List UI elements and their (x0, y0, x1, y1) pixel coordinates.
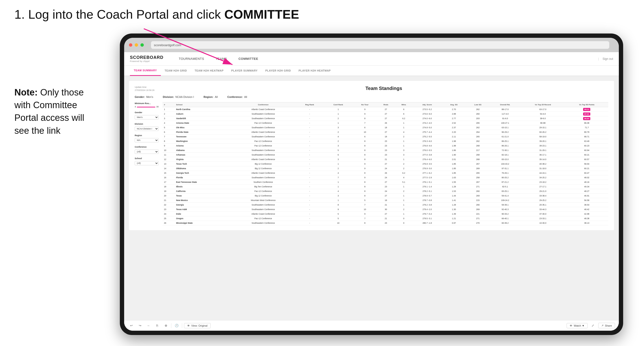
conference-select[interactable]: (All) (135, 150, 159, 154)
cell-vs-top25: 63-17.0 (520, 107, 566, 112)
cell-school: Washington (175, 139, 231, 144)
cell-conf-rank: 4 (324, 189, 353, 193)
cell-wins: 0 (395, 216, 412, 221)
table-row[interactable]: 25 Oregon Pac-12 Conference - 5 7 21 0 2… (162, 216, 608, 221)
table-row[interactable]: 26 Mississippi State Southeastern Confer… (162, 221, 608, 225)
cell-no-tour: 9 (353, 112, 377, 116)
table-row[interactable]: 23 Texas A&M Southeastern Conference - 9… (162, 207, 608, 212)
cell-low-sg: 260 (466, 112, 490, 116)
cell-reg-rank: - (296, 212, 324, 216)
table-row[interactable]: 7 Tennessee Southeastern Conference - 4 … (162, 135, 608, 139)
browser-dot-green[interactable] (140, 43, 144, 47)
table-row[interactable]: 12 Virginia Atlantic Coast Conference - … (162, 157, 608, 162)
table-row[interactable]: 17 East Tennessee State Southern Confere… (162, 180, 608, 184)
table-row[interactable]: 9 Arizona Pac-12 Conference - 3 8 23 1 2… (162, 144, 608, 148)
cell-wins: 2 (395, 162, 412, 166)
region-filter-label: Region (135, 134, 159, 137)
region-select[interactable]: N/A (135, 138, 159, 142)
table-row[interactable]: 13 Texas Tech Big 12 Conference - 1 9 27… (162, 162, 608, 166)
toolbar-copy[interactable]: ⎘ (154, 322, 160, 329)
table-row[interactable]: 4 Arizona State Pac-12 Conference - 1 7 … (162, 121, 608, 125)
toolbar-undo[interactable]: ↩ (128, 322, 135, 329)
cell-conf-rank: 10 (324, 221, 353, 225)
table-row[interactable]: 8 Washington Pac-12 Conference - 2 8 23 … (162, 139, 608, 144)
sub-nav-team-summary[interactable]: TEAM SUMMARY (130, 65, 161, 76)
gender-select[interactable]: Men's (135, 115, 159, 119)
step-bold: COMMITTEE (224, 7, 299, 21)
col-conference: Conference (230, 102, 296, 107)
cell-avg-sg: 1.86 (442, 148, 466, 153)
cell-vs-top50: 49.34 (565, 184, 608, 189)
table-row[interactable]: 1 North Carolina Atlantic Coast Conferen… (162, 107, 608, 112)
cell-no-tour: 8 (353, 221, 377, 225)
col-wins: Wins (395, 102, 412, 107)
cell-avg-sg: 1.90 (442, 153, 466, 157)
sub-nav-player-summary[interactable]: PLAYER SUMMARY (228, 65, 262, 76)
school-select[interactable]: (All) (135, 161, 159, 165)
conference-value: All (244, 95, 247, 98)
rounds-slider[interactable] (137, 107, 155, 107)
toolbar-paste[interactable]: ⊕ (162, 322, 169, 329)
cell-low-sg: 271 (466, 216, 490, 221)
toolbar-redo[interactable]: ↪ (136, 322, 143, 329)
nav-sign-out[interactable]: Sign out (598, 57, 613, 61)
table-row[interactable]: 24 Duke Atlantic Coast Conference - 5 9 … (162, 212, 608, 216)
table-row[interactable]: 5 Ole Miss Southeastern Conference - 3 6… (162, 125, 608, 130)
col-conf-rank: Conf Rank (324, 102, 353, 107)
table-row[interactable]: 11 Arkansas Southeastern Conference - 6 … (162, 153, 608, 157)
sub-nav-team-h2h-heatmap[interactable]: TEAM H2H HEATMAP (191, 65, 228, 76)
cell-conf-rank: 2 (324, 116, 353, 121)
cell-adj-score: 276.3 -6.0 (412, 139, 442, 144)
cell-vs-top25: 39-23.1 (520, 144, 566, 148)
cell-overall: 59-41.4 (490, 193, 520, 198)
cell-adj-score: 279.2 -3.8 (412, 203, 442, 207)
toolbar-expand[interactable]: ⤢ (590, 322, 596, 329)
sub-nav-team-h2h-grid[interactable]: TEAM H2H GRID (161, 65, 191, 76)
cell-no-tour: 8 (353, 157, 377, 162)
table-row[interactable]: 3 Vanderbilt Southeastern Conference - 2… (162, 116, 608, 121)
table-row[interactable]: 2 Auburn Southeastern Conference - 1 9 2… (162, 112, 608, 116)
browser-dot-red[interactable] (129, 43, 132, 47)
cell-conference: Southeastern Conference (230, 116, 296, 121)
cell-school: Virginia (175, 157, 231, 162)
nav-tournaments[interactable]: TOURNAMENTS (173, 52, 210, 66)
view-original-btn[interactable]: 👁 View: Original (184, 323, 211, 328)
tablet-device: scoreboardgolf.com SCOREBOARD Powered by… (120, 33, 623, 335)
table-row[interactable]: 22 Georgia Southeastern Conference - 8 7… (162, 203, 608, 207)
cell-low-sg: 268 (466, 153, 490, 157)
table-row[interactable]: 14 Oklahoma Big 12 Conference - 2 9 24 2… (162, 166, 608, 171)
cell-vs-top50: 89.11 (565, 107, 608, 112)
table-row[interactable]: 10 Alabama Southeastern Conference - 5 8… (162, 148, 608, 153)
table-row[interactable]: 6 Florida State Atlantic Coast Conferenc… (162, 130, 608, 135)
watch-btn[interactable]: 👁 Watch ▼ (566, 323, 588, 328)
share-btn[interactable]: ↗ Share (598, 323, 615, 328)
table-row[interactable]: 19 California Pac-12 Conference - 4 8 24… (162, 189, 608, 193)
toolbar-left[interactable]: ← (145, 322, 152, 329)
nav-committee[interactable]: COMMITTEE (233, 52, 264, 66)
cell-rnds: 23 (377, 139, 395, 144)
cell-conf-rank: 8 (324, 203, 353, 207)
table-row[interactable]: 18 Illinois Big Ten Conference - 1 8 23 … (162, 184, 608, 189)
cell-avg-sg: 2.37 (442, 125, 466, 130)
table-row[interactable]: 21 New Mexico Mountain West Conference -… (162, 198, 608, 203)
update-label: Update time: (135, 86, 154, 89)
cell-wins: 3 (395, 153, 412, 157)
division-filter: Division NCAA Division I (135, 123, 159, 131)
cell-conf-rank: 2 (324, 166, 353, 171)
cell-overall: 100-27.1 (490, 121, 520, 125)
browser-dot-yellow[interactable] (135, 43, 138, 47)
cell-overall: 76-26.1 (490, 171, 520, 175)
sub-nav-player-h2h-heatmap[interactable]: PLAYER H2H HEATMAP (295, 65, 334, 76)
cell-conference: Atlantic Coast Conference (230, 157, 296, 162)
browser-url[interactable]: scoreboardgolf.com (151, 41, 609, 49)
toolbar-clock[interactable]: 🕐 (173, 322, 180, 329)
table-row[interactable]: 16 Florida Southeastern Conference - 7 9… (162, 175, 608, 180)
cell-wins: 1 (395, 121, 412, 125)
cell-rank: 8 (162, 139, 175, 144)
table-row[interactable]: 15 Georgia Tech Atlantic Coast Conferenc… (162, 171, 608, 175)
division-select[interactable]: NCAA Division I (135, 127, 159, 131)
sub-nav-player-h2h-grid[interactable]: PLAYER H2H GRID (262, 65, 295, 76)
table-row[interactable]: 20 Texas Big 12 Conference - 3 8 27 1 27… (162, 193, 608, 198)
cell-conference: Big 12 Conference (230, 166, 296, 171)
nav-teams[interactable]: TEAMS (210, 52, 233, 66)
